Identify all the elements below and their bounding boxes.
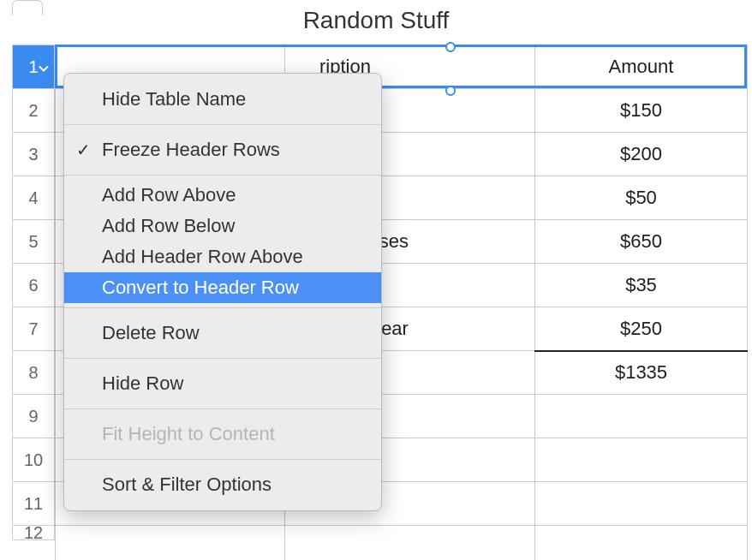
row-header-label: 9 (28, 407, 38, 426)
cell[interactable] (285, 526, 535, 561)
row-header-10[interactable]: 10 (12, 438, 55, 481)
table-row (56, 526, 748, 561)
menu-separator (64, 307, 381, 308)
row-header-9[interactable]: 9 (12, 394, 55, 438)
cell[interactable]: $200 (535, 133, 748, 176)
row-header-label: 2 (28, 101, 38, 121)
row-header-label: 12 (24, 523, 43, 543)
cell[interactable]: $35 (535, 264, 748, 307)
menu-hide-row[interactable]: Hide Row (64, 363, 381, 404)
cell[interactable] (535, 526, 748, 561)
row-context-menu: Hide Table Name ✓ Freeze Header Rows Add… (63, 73, 382, 511)
row-header-2[interactable]: 2 (12, 88, 55, 132)
row-header-4[interactable]: 4 (12, 176, 55, 219)
row-header-label: 3 (28, 145, 38, 164)
cell[interactable]: $50 (535, 176, 748, 220)
row-header-6[interactable]: 6 (12, 263, 55, 307)
cell[interactable]: $250 (535, 307, 748, 351)
cell[interactable] (535, 438, 748, 482)
menu-convert-to-header-row[interactable]: Convert to Header Row (64, 272, 381, 303)
row-header-label: 4 (28, 188, 38, 208)
row-header-8[interactable]: 8 (12, 350, 55, 394)
menu-separator (64, 459, 381, 460)
cell[interactable] (535, 482, 748, 526)
row-header-7[interactable]: 7 (12, 307, 55, 350)
cell[interactable]: $650 (535, 220, 748, 264)
checkmark-icon: ✓ (76, 140, 91, 160)
menu-hide-table-name[interactable]: Hide Table Name (64, 79, 381, 120)
menu-add-row-above[interactable]: Add Row Above (64, 180, 381, 211)
menu-separator (64, 408, 381, 409)
menu-separator (64, 124, 381, 125)
row-header-1[interactable]: 1 (12, 45, 55, 88)
row-header-gutter: 1 2 3 4 5 6 7 8 9 10 11 12 (12, 45, 55, 540)
row-header-5[interactable]: 5 (12, 219, 55, 263)
row-header-label: 11 (24, 494, 43, 514)
menu-freeze-header-rows[interactable]: ✓ Freeze Header Rows (64, 129, 381, 170)
row-header-12[interactable]: 12 (12, 525, 55, 540)
menu-add-header-row-above[interactable]: Add Header Row Above (64, 241, 381, 272)
row-header-label: 5 (28, 232, 38, 252)
row-header-label: 1 (28, 57, 38, 77)
row-header-3[interactable]: 3 (12, 132, 55, 176)
menu-separator (64, 358, 381, 359)
menu-sort-filter[interactable]: Sort & Filter Options (64, 464, 381, 505)
cell[interactable] (56, 526, 285, 561)
cell[interactable] (535, 395, 748, 438)
table-title: Random Stuff (0, 0, 752, 45)
row-header-label: 8 (28, 363, 38, 383)
column-tab-stub[interactable] (12, 0, 43, 15)
row-header-label: 7 (28, 319, 38, 339)
cell[interactable]: $1335 (535, 351, 748, 395)
menu-fit-height: Fit Height to Content (64, 414, 381, 455)
menu-delete-row[interactable]: Delete Row (64, 313, 381, 354)
row-header-label: 10 (24, 450, 43, 470)
menu-add-row-below[interactable]: Add Row Below (64, 211, 381, 241)
cell[interactable]: $150 (535, 89, 748, 133)
menu-separator (64, 175, 381, 176)
chevron-down-icon[interactable] (39, 57, 49, 77)
row-header-label: 6 (28, 276, 38, 295)
cell[interactable]: Amount (535, 45, 748, 89)
row-header-11[interactable]: 11 (12, 481, 55, 525)
menu-item-label: Freeze Header Rows (102, 139, 280, 160)
